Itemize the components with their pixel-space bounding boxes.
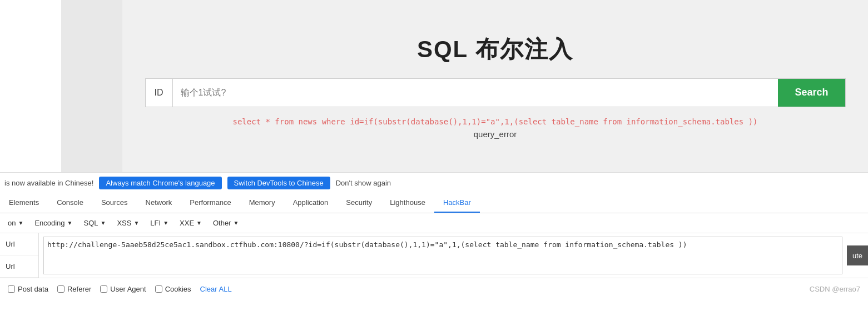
url-area: Url Url http://challenge-5aaeb58d25ce5ac…: [0, 233, 868, 278]
referer-checkbox-label[interactable]: Referer: [57, 285, 91, 293]
app-layout: SQL 布尔注入 ID Search select * from news wh…: [0, 0, 868, 336]
top-section: SQL 布尔注入 ID Search select * from news wh…: [0, 0, 868, 172]
toolbar-other-dropdown[interactable]: Other ▼: [209, 217, 243, 229]
chevron-down-icon: ▼: [18, 220, 23, 226]
tab-lighthouse[interactable]: Lighthouse: [381, 193, 434, 213]
execute-button-area: ute: [847, 233, 868, 278]
toolbar-xss-dropdown[interactable]: XSS ▼: [112, 217, 143, 229]
chevron-down-icon: ▼: [101, 220, 106, 226]
tab-memory[interactable]: Memory: [240, 193, 284, 213]
url-input-area: http://challenge-5aaeb58d25ce5ac1.sandbo…: [39, 233, 847, 278]
toolbar-lfi-dropdown[interactable]: LFI ▼: [146, 217, 173, 229]
url-textarea[interactable]: http://challenge-5aaeb58d25ce5ac1.sandbo…: [43, 237, 842, 274]
cookies-checkbox-label[interactable]: Cookies: [155, 285, 191, 293]
post-data-checkbox[interactable]: [8, 285, 15, 293]
clear-all-button[interactable]: Clear ALL: [200, 285, 232, 293]
url-labels: Url Url: [0, 233, 39, 278]
tab-network[interactable]: Network: [137, 193, 181, 213]
toolbar-sql-dropdown[interactable]: SQL ▼: [80, 217, 111, 229]
user-agent-checkbox-label[interactable]: User Agent: [100, 285, 146, 293]
toolbar-on-dropdown[interactable]: on ▼: [3, 217, 28, 229]
tab-hackbar[interactable]: HackBar: [434, 193, 480, 213]
chevron-down-icon: ▼: [196, 220, 202, 226]
tab-security[interactable]: Security: [337, 193, 381, 213]
tab-performance[interactable]: Performance: [181, 193, 240, 213]
main-page: SQL 布尔注入 ID Search select * from news wh…: [122, 0, 868, 172]
notification-bar: is now available in Chinese! Always matc…: [0, 172, 868, 193]
referer-checkbox[interactable]: [57, 285, 65, 293]
search-label: ID: [146, 79, 173, 107]
chevron-down-icon: ▼: [163, 220, 168, 226]
post-url-label-button[interactable]: Url: [0, 255, 38, 278]
left-spacer: [0, 0, 61, 172]
csdn-watermark: CSDN @errao7: [810, 285, 860, 293]
devtools-tabs: Elements Console Sources Network Perform…: [0, 193, 868, 213]
tab-console[interactable]: Console: [48, 193, 92, 213]
tab-sources[interactable]: Sources: [92, 193, 137, 213]
post-data-checkbox-label[interactable]: Post data: [8, 285, 48, 293]
chevron-down-icon: ▼: [67, 220, 73, 226]
execute-button[interactable]: ute: [847, 245, 868, 265]
tab-elements[interactable]: Elements: [0, 193, 48, 213]
bottom-bar: Post data Referer User Agent Cookies Cle…: [0, 278, 868, 300]
search-input[interactable]: [173, 79, 778, 107]
query-error-display: query_error: [474, 129, 517, 139]
toolbar-xxe-dropdown[interactable]: XXE ▼: [175, 217, 206, 229]
toolbar-encoding-dropdown[interactable]: Encoding ▼: [30, 217, 77, 229]
tab-application[interactable]: Application: [284, 193, 338, 213]
search-button[interactable]: Search: [778, 79, 845, 107]
user-agent-checkbox[interactable]: [100, 285, 107, 293]
notification-text: is now available in Chinese!: [4, 179, 93, 187]
chevron-down-icon: ▼: [133, 220, 139, 226]
switch-devtools-button[interactable]: Switch DevTools to Chinese: [227, 177, 330, 189]
chevron-down-icon: ▼: [233, 220, 239, 226]
sql-query-display: select * from news where id=if(substr(da…: [232, 117, 757, 126]
toolbar-row: on ▼ Encoding ▼ SQL ▼ XSS ▼ LFI ▼ XXE ▼: [0, 213, 868, 233]
devtools-section: is now available in Chinese! Always matc…: [0, 172, 868, 336]
search-bar: ID Search: [145, 78, 846, 107]
url-label-button[interactable]: Url: [0, 233, 38, 255]
dont-show-again-button[interactable]: Don't show again: [336, 179, 391, 187]
cookies-checkbox[interactable]: [155, 285, 162, 293]
page-title: SQL 布尔注入: [417, 34, 573, 65]
match-language-button[interactable]: Always match Chrome's language: [99, 177, 221, 189]
